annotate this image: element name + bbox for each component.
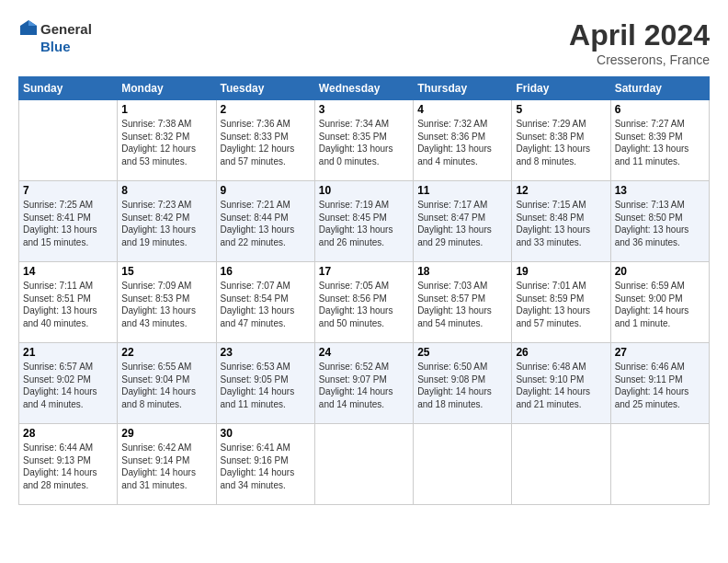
day-info: Sunrise: 7:15 AMSunset: 8:48 PMDaylight:… [516, 200, 590, 247]
col-tuesday: Tuesday [216, 77, 314, 100]
calendar-cell: 13 Sunrise: 7:13 AMSunset: 8:50 PMDaylig… [610, 181, 709, 262]
calendar-cell: 3 Sunrise: 7:34 AMSunset: 8:35 PMDayligh… [314, 100, 413, 181]
day-number: 26 [516, 346, 606, 359]
day-number: 5 [516, 103, 606, 116]
day-info: Sunrise: 6:53 AMSunset: 9:05 PMDaylight:… [221, 362, 295, 409]
calendar-cell: 14 Sunrise: 7:11 AMSunset: 8:51 PMDaylig… [19, 262, 118, 343]
day-info: Sunrise: 7:05 AMSunset: 8:56 PMDaylight:… [319, 281, 393, 328]
calendar-cell: 20 Sunrise: 6:59 AMSunset: 9:00 PMDaylig… [610, 262, 709, 343]
calendar-table: Sunday Monday Tuesday Wednesday Thursday… [18, 76, 710, 505]
day-info: Sunrise: 7:32 AMSunset: 8:36 PMDaylight:… [417, 119, 492, 167]
day-number: 8 [121, 184, 211, 197]
day-number: 12 [516, 184, 606, 197]
calendar-cell [414, 424, 512, 505]
calendar-cell: 12 Sunrise: 7:15 AMSunset: 8:48 PMDaylig… [512, 181, 610, 262]
calendar-cell: 25 Sunrise: 6:50 AMSunset: 9:08 PMDaylig… [414, 343, 512, 424]
day-info: Sunrise: 6:52 AMSunset: 9:07 PMDaylight:… [319, 362, 393, 409]
day-number: 29 [121, 427, 211, 440]
day-info: Sunrise: 7:29 AMSunset: 8:38 PMDaylight:… [516, 119, 590, 167]
calendar-header-row: Sunday Monday Tuesday Wednesday Thursday… [19, 77, 710, 100]
calendar-cell: 1 Sunrise: 7:38 AMSunset: 8:32 PMDayligh… [118, 100, 216, 181]
day-number: 9 [221, 184, 311, 197]
calendar-cell: 11 Sunrise: 7:17 AMSunset: 8:47 PMDaylig… [414, 181, 512, 262]
day-info: Sunrise: 7:11 AMSunset: 8:51 PMDaylight:… [23, 281, 97, 328]
day-number: 1 [121, 103, 211, 116]
calendar-cell: 8 Sunrise: 7:23 AMSunset: 8:42 PMDayligh… [118, 181, 216, 262]
day-info: Sunrise: 7:25 AMSunset: 8:41 PMDaylight:… [23, 200, 97, 247]
day-number: 11 [417, 184, 507, 197]
day-info: Sunrise: 7:09 AMSunset: 8:53 PMDaylight:… [121, 281, 196, 328]
day-number: 25 [417, 346, 507, 359]
day-info: Sunrise: 6:59 AMSunset: 9:00 PMDaylight:… [615, 281, 689, 328]
week-row-2: 14 Sunrise: 7:11 AMSunset: 8:51 PMDaylig… [19, 262, 710, 343]
day-number: 4 [417, 103, 507, 116]
day-info: Sunrise: 6:57 AMSunset: 9:02 PMDaylight:… [23, 362, 97, 409]
calendar-cell: 17 Sunrise: 7:05 AMSunset: 8:56 PMDaylig… [314, 262, 413, 343]
day-info: Sunrise: 7:01 AMSunset: 8:59 PMDaylight:… [516, 281, 590, 328]
day-number: 2 [221, 103, 311, 116]
week-row-0: 1 Sunrise: 7:38 AMSunset: 8:32 PMDayligh… [19, 100, 710, 181]
day-info: Sunrise: 6:55 AMSunset: 9:04 PMDaylight:… [121, 362, 196, 409]
day-info: Sunrise: 7:07 AMSunset: 8:54 PMDaylight:… [221, 281, 295, 328]
day-number: 23 [221, 346, 311, 359]
day-number: 24 [319, 346, 409, 359]
day-number: 30 [221, 427, 311, 440]
calendar-cell: 2 Sunrise: 7:36 AMSunset: 8:33 PMDayligh… [216, 100, 314, 181]
page: General Blue April 2024 Cresserons, Fran… [0, 0, 728, 563]
calendar-cell [512, 424, 610, 505]
calendar-cell: 16 Sunrise: 7:07 AMSunset: 8:54 PMDaylig… [216, 262, 314, 343]
calendar-cell [610, 424, 709, 505]
col-sunday: Sunday [19, 77, 118, 100]
week-row-1: 7 Sunrise: 7:25 AMSunset: 8:41 PMDayligh… [19, 181, 710, 262]
calendar-cell [19, 100, 118, 181]
day-info: Sunrise: 7:38 AMSunset: 8:32 PMDaylight:… [121, 119, 196, 167]
calendar-cell: 15 Sunrise: 7:09 AMSunset: 8:53 PMDaylig… [118, 262, 216, 343]
day-info: Sunrise: 7:34 AMSunset: 8:35 PMDaylight:… [319, 119, 393, 167]
day-info: Sunrise: 7:21 AMSunset: 8:44 PMDaylight:… [221, 200, 295, 247]
day-info: Sunrise: 7:03 AMSunset: 8:57 PMDaylight:… [417, 281, 492, 328]
day-number: 27 [615, 346, 705, 359]
calendar-cell: 5 Sunrise: 7:29 AMSunset: 8:38 PMDayligh… [512, 100, 610, 181]
month-title: April 2024 [569, 18, 710, 52]
day-number: 16 [221, 265, 311, 278]
calendar-cell: 30 Sunrise: 6:41 AMSunset: 9:16 PMDaylig… [216, 424, 314, 505]
logo-general: General [40, 21, 92, 37]
calendar-cell: 10 Sunrise: 7:19 AMSunset: 8:45 PMDaylig… [314, 181, 413, 262]
day-number: 28 [23, 427, 113, 440]
calendar-cell: 22 Sunrise: 6:55 AMSunset: 9:04 PMDaylig… [118, 343, 216, 424]
calendar-cell: 29 Sunrise: 6:42 AMSunset: 9:14 PMDaylig… [118, 424, 216, 505]
logo-icon [18, 18, 39, 39]
day-number: 22 [121, 346, 211, 359]
day-number: 10 [319, 184, 409, 197]
calendar-cell: 6 Sunrise: 7:27 AMSunset: 8:39 PMDayligh… [610, 100, 709, 181]
day-number: 18 [417, 265, 507, 278]
calendar-cell [314, 424, 413, 505]
logo: General Blue [18, 18, 92, 54]
week-row-3: 21 Sunrise: 6:57 AMSunset: 9:02 PMDaylig… [19, 343, 710, 424]
day-info: Sunrise: 7:17 AMSunset: 8:47 PMDaylight:… [417, 200, 492, 247]
col-wednesday: Wednesday [314, 77, 413, 100]
calendar-cell: 24 Sunrise: 6:52 AMSunset: 9:07 PMDaylig… [314, 343, 413, 424]
day-info: Sunrise: 6:48 AMSunset: 9:10 PMDaylight:… [516, 362, 590, 409]
header: General Blue April 2024 Cresserons, Fran… [18, 18, 710, 67]
location: Cresserons, France [569, 52, 710, 67]
calendar-cell: 7 Sunrise: 7:25 AMSunset: 8:41 PMDayligh… [19, 181, 118, 262]
calendar-cell: 4 Sunrise: 7:32 AMSunset: 8:36 PMDayligh… [414, 100, 512, 181]
title-area: April 2024 Cresserons, France [569, 18, 710, 67]
day-info: Sunrise: 7:23 AMSunset: 8:42 PMDaylight:… [121, 200, 196, 247]
day-number: 14 [23, 265, 113, 278]
day-number: 6 [615, 103, 705, 116]
calendar-cell: 23 Sunrise: 6:53 AMSunset: 9:05 PMDaylig… [216, 343, 314, 424]
week-row-4: 28 Sunrise: 6:44 AMSunset: 9:13 PMDaylig… [19, 424, 710, 505]
col-thursday: Thursday [414, 77, 512, 100]
calendar-cell: 26 Sunrise: 6:48 AMSunset: 9:10 PMDaylig… [512, 343, 610, 424]
svg-marker-1 [28, 20, 37, 26]
day-info: Sunrise: 7:13 AMSunset: 8:50 PMDaylight:… [615, 200, 689, 247]
col-friday: Friday [512, 77, 610, 100]
calendar-cell: 18 Sunrise: 7:03 AMSunset: 8:57 PMDaylig… [414, 262, 512, 343]
col-monday: Monday [118, 77, 216, 100]
day-info: Sunrise: 6:50 AMSunset: 9:08 PMDaylight:… [417, 362, 492, 409]
calendar-cell: 21 Sunrise: 6:57 AMSunset: 9:02 PMDaylig… [19, 343, 118, 424]
calendar-cell: 19 Sunrise: 7:01 AMSunset: 8:59 PMDaylig… [512, 262, 610, 343]
day-number: 19 [516, 265, 606, 278]
